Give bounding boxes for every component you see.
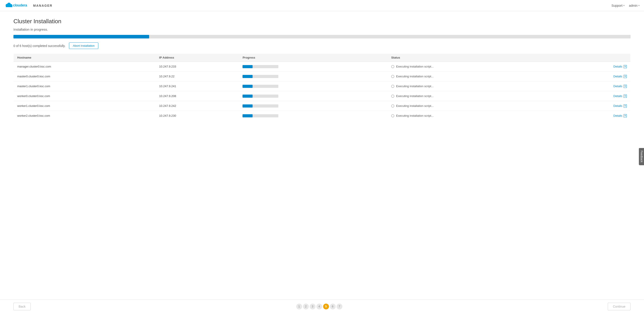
row-progress-container <box>242 104 278 108</box>
details-window-icon[interactable]: ⧉ <box>624 114 627 117</box>
row-progress-container <box>242 75 278 78</box>
status-circle-icon <box>391 75 394 78</box>
install-table: Hostname IP Address Progress Status mana… <box>14 53 630 121</box>
support-menu[interactable]: Support ▾ <box>612 4 624 7</box>
status-cell-content: Executing installation script... <box>391 104 556 108</box>
support-label: Support <box>612 4 622 7</box>
table-row: manager.cluster0.ksc.com 10.247.9.233 Ex… <box>14 62 630 72</box>
status-line: 0 of 6 host(s) completed successfully. A… <box>14 42 630 49</box>
status-circle-icon <box>391 104 394 108</box>
col-hostname: Hostname <box>14 54 156 62</box>
cloudera-logo-svg: cloudera <box>4 2 31 8</box>
page-num-2[interactable]: 2 <box>303 304 309 310</box>
page-num-7[interactable]: 7 <box>336 304 342 310</box>
page-title: Cluster Installation <box>14 18 630 25</box>
table-row: worker1.cluster0.ksc.com 10.247.9.242 Ex… <box>14 101 630 111</box>
cell-progress <box>239 72 388 81</box>
cell-status: Executing installation script... <box>388 111 559 121</box>
status-circle-icon <box>391 65 394 68</box>
row-progress-bar <box>242 85 252 88</box>
details-link[interactable]: Details <box>613 94 622 98</box>
cell-ip: 10.247.9.233 <box>156 62 239 72</box>
cell-details: Details ⧉ <box>559 72 630 81</box>
details-window-icon[interactable]: ⧉ <box>624 95 627 98</box>
table-row: master1.cluster0.ksc.com 10.247.9.241 Ex… <box>14 81 630 91</box>
cell-ip: 10.247.9.242 <box>156 101 239 111</box>
cell-details: Details ⧉ <box>559 111 630 121</box>
details-cell-content: Details ⧉ <box>563 85 627 88</box>
pagination: 1234567 <box>296 304 342 310</box>
details-cell-content: Details ⧉ <box>563 65 627 68</box>
details-link[interactable]: Details <box>613 75 622 78</box>
cell-status: Executing installation script... <box>388 72 559 81</box>
admin-menu[interactable]: admin ▾ <box>629 4 640 7</box>
details-cell-content: Details ⧉ <box>563 94 627 98</box>
status-message: Executing installation script... <box>396 94 434 98</box>
cell-hostname: master0.cluster0.ksc.com <box>14 72 156 81</box>
details-link[interactable]: Details <box>613 114 622 117</box>
details-window-icon[interactable]: ⧉ <box>624 85 627 88</box>
cell-ip: 10.247.9.230 <box>156 111 239 121</box>
back-button: Back <box>14 303 31 310</box>
status-message: Executing installation script... <box>396 65 434 68</box>
row-progress-container <box>242 65 278 68</box>
cell-details: Details ⧉ <box>559 81 630 91</box>
col-progress: Progress <box>239 54 388 62</box>
header-nav: Support ▾ admin ▾ <box>612 4 640 7</box>
details-window-icon[interactable]: ⧉ <box>624 75 627 78</box>
row-progress-container <box>242 114 278 117</box>
details-link[interactable]: Details <box>613 65 622 68</box>
logo-manager-text: MANAGER <box>33 4 52 7</box>
details-window-icon[interactable]: ⧉ <box>624 104 627 108</box>
status-message: Executing installation script... <box>396 114 434 117</box>
cell-hostname: worker0.cluster0.ksc.com <box>14 91 156 101</box>
cell-progress <box>239 62 388 72</box>
cell-progress <box>239 101 388 111</box>
table-row: master0.cluster0.ksc.com 10.247.9.22 Exe… <box>14 72 630 81</box>
row-progress-container <box>242 85 278 88</box>
cell-progress <box>239 111 388 121</box>
details-link[interactable]: Details <box>613 85 622 88</box>
table-row: worker2.cluster0.ksc.com 10.247.9.230 Ex… <box>14 111 630 121</box>
page-num-5[interactable]: 5 <box>323 304 329 310</box>
cell-status: Executing installation script... <box>388 91 559 101</box>
main-content: Cluster Installation Installation in pro… <box>0 11 644 313</box>
row-progress-bar <box>242 95 252 98</box>
details-window-icon[interactable]: ⧉ <box>624 65 627 68</box>
details-link[interactable]: Details <box>613 104 622 108</box>
feedback-tab[interactable]: Feedback <box>639 148 644 165</box>
header: cloudera MANAGER Support ▾ admin ▾ <box>0 0 644 11</box>
page-num-1[interactable]: 1 <box>296 304 302 310</box>
col-status: Status <box>388 54 559 62</box>
cell-ip: 10.247.9.22 <box>156 72 239 81</box>
status-circle-icon <box>391 85 394 88</box>
status-message: Executing installation script... <box>396 104 434 108</box>
page-num-4[interactable]: 4 <box>316 304 322 310</box>
details-cell-content: Details ⧉ <box>563 114 627 117</box>
cell-details: Details ⧉ <box>559 91 630 101</box>
details-cell-content: Details ⧉ <box>563 104 627 108</box>
support-dropdown-icon: ▾ <box>624 4 624 7</box>
row-progress-bar <box>242 75 252 78</box>
cell-hostname: worker1.cluster0.ksc.com <box>14 101 156 111</box>
table-row: worker0.cluster0.ksc.com 10.247.9.208 Ex… <box>14 91 630 101</box>
status-message: Executing installation script... <box>396 85 434 88</box>
cell-details: Details ⧉ <box>559 101 630 111</box>
logo-cloudera-text: cloudera <box>4 2 31 9</box>
row-progress-bar <box>242 114 252 117</box>
status-cell-content: Executing installation script... <box>391 75 556 78</box>
continue-button: Continue <box>608 303 630 310</box>
status-circle-icon <box>391 95 394 98</box>
abort-installation-button[interactable]: Abort Installation <box>69 42 98 49</box>
status-cell-content: Executing installation script... <box>391 114 556 117</box>
overall-progress-bar <box>14 35 149 38</box>
admin-dropdown-icon: ▾ <box>638 4 640 7</box>
cell-status: Executing installation script... <box>388 101 559 111</box>
cell-ip: 10.247.9.241 <box>156 81 239 91</box>
logo: cloudera MANAGER <box>4 2 52 9</box>
page-num-6[interactable]: 6 <box>330 304 336 310</box>
details-cell-content: Details ⧉ <box>563 75 627 78</box>
svg-rect-3 <box>6 5 12 7</box>
page-num-3[interactable]: 3 <box>310 304 316 310</box>
footer-nav: Back 1234567 Continue <box>0 300 644 313</box>
